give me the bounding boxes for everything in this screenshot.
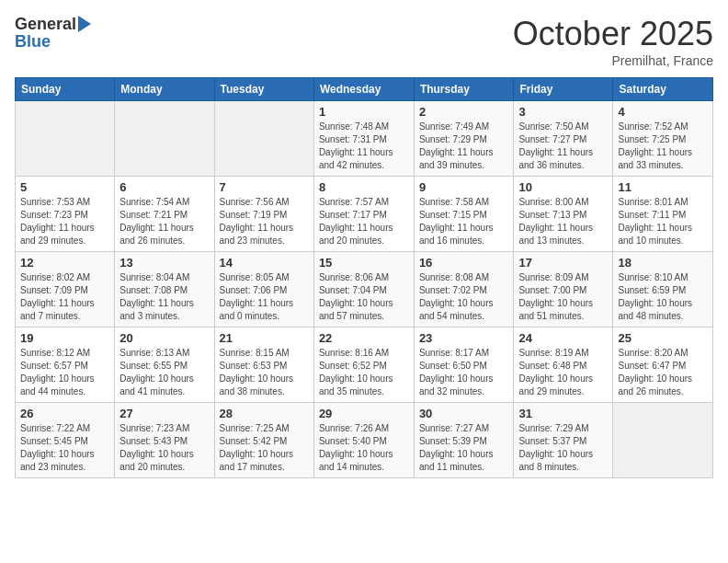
day-number: 21 <box>220 331 309 345</box>
calendar-cell: 22Sunrise: 8:16 AM Sunset: 6:52 PM Dayli… <box>313 327 414 403</box>
day-info: Sunrise: 7:27 AM Sunset: 5:39 PM Dayligh… <box>419 422 509 474</box>
calendar-cell: 19Sunrise: 8:12 AM Sunset: 6:57 PM Dayli… <box>16 327 115 403</box>
day-number: 27 <box>119 407 209 420</box>
day-number: 1 <box>319 105 409 119</box>
day-info: Sunrise: 7:57 AM Sunset: 7:17 PM Dayligh… <box>319 196 409 247</box>
day-number: 25 <box>618 331 708 345</box>
day-number: 22 <box>319 331 409 345</box>
day-info: Sunrise: 7:56 AM Sunset: 7:19 PM Dayligh… <box>220 196 309 247</box>
day-number: 5 <box>20 180 109 194</box>
calendar-cell: 29Sunrise: 7:26 AM Sunset: 5:40 PM Dayli… <box>313 403 414 478</box>
day-number: 11 <box>618 180 708 194</box>
day-number: 19 <box>20 331 109 345</box>
calendar-cell <box>214 101 313 177</box>
calendar-cell: 17Sunrise: 8:09 AM Sunset: 7:00 PM Dayli… <box>514 252 613 327</box>
calendar-cell: 13Sunrise: 8:04 AM Sunset: 7:08 PM Dayli… <box>115 252 214 327</box>
day-info: Sunrise: 7:54 AM Sunset: 7:21 PM Dayligh… <box>119 196 209 247</box>
calendar-cell: 28Sunrise: 7:25 AM Sunset: 5:42 PM Dayli… <box>214 403 313 478</box>
calendar-cell: 5Sunrise: 7:53 AM Sunset: 7:23 PM Daylig… <box>16 177 115 252</box>
day-header-saturday: Saturday <box>613 78 713 101</box>
calendar-cell: 30Sunrise: 7:27 AM Sunset: 5:39 PM Dayli… <box>414 403 514 478</box>
calendar-cell: 10Sunrise: 8:00 AM Sunset: 7:13 PM Dayli… <box>514 177 613 252</box>
day-info: Sunrise: 7:49 AM Sunset: 7:29 PM Dayligh… <box>419 121 509 172</box>
day-number: 23 <box>419 331 509 345</box>
day-number: 13 <box>119 256 209 270</box>
calendar-cell: 2Sunrise: 7:49 AM Sunset: 7:29 PM Daylig… <box>414 101 514 177</box>
calendar-week-3: 12Sunrise: 8:02 AM Sunset: 7:09 PM Dayli… <box>16 252 713 327</box>
day-number: 9 <box>419 180 509 194</box>
calendar-cell <box>115 101 214 177</box>
day-header-thursday: Thursday <box>414 78 514 101</box>
calendar-cell: 8Sunrise: 7:57 AM Sunset: 7:17 PM Daylig… <box>313 177 414 252</box>
calendar-cell: 15Sunrise: 8:06 AM Sunset: 7:04 PM Dayli… <box>313 252 414 327</box>
day-number: 8 <box>319 180 409 194</box>
day-header-sunday: Sunday <box>16 78 115 101</box>
calendar-cell: 18Sunrise: 8:10 AM Sunset: 6:59 PM Dayli… <box>613 252 713 327</box>
day-header-wednesday: Wednesday <box>313 78 414 101</box>
day-info: Sunrise: 7:29 AM Sunset: 5:37 PM Dayligh… <box>518 422 608 474</box>
day-number: 29 <box>319 407 409 420</box>
day-number: 26 <box>20 407 109 420</box>
day-number: 18 <box>618 256 708 270</box>
day-info: Sunrise: 8:04 AM Sunset: 7:08 PM Dayligh… <box>119 271 209 323</box>
title-section: October 2025 Premilhat, France <box>513 15 713 68</box>
page-header: General Blue October 2025 Premilhat, Fra… <box>15 15 713 68</box>
logo-general-text: General <box>15 15 76 34</box>
day-info: Sunrise: 7:53 AM Sunset: 7:23 PM Dayligh… <box>20 196 109 247</box>
calendar-week-2: 5Sunrise: 7:53 AM Sunset: 7:23 PM Daylig… <box>16 177 713 252</box>
day-number: 14 <box>220 256 309 270</box>
day-info: Sunrise: 7:58 AM Sunset: 7:15 PM Dayligh… <box>419 196 509 247</box>
day-number: 24 <box>518 331 608 345</box>
day-info: Sunrise: 8:20 AM Sunset: 6:47 PM Dayligh… <box>618 347 708 398</box>
calendar-table: SundayMondayTuesdayWednesdayThursdayFrid… <box>15 77 713 478</box>
calendar-cell: 27Sunrise: 7:23 AM Sunset: 5:43 PM Dayli… <box>115 403 214 478</box>
calendar-cell: 16Sunrise: 8:08 AM Sunset: 7:02 PM Dayli… <box>414 252 514 327</box>
day-header-friday: Friday <box>514 78 613 101</box>
logo-arrow-icon <box>78 16 91 32</box>
day-number: 7 <box>220 180 309 194</box>
day-number: 12 <box>20 256 109 270</box>
day-number: 4 <box>618 105 708 119</box>
day-info: Sunrise: 8:12 AM Sunset: 6:57 PM Dayligh… <box>20 347 109 398</box>
calendar-cell <box>613 403 713 478</box>
calendar-cell: 20Sunrise: 8:13 AM Sunset: 6:55 PM Dayli… <box>115 327 214 403</box>
calendar-cell: 23Sunrise: 8:17 AM Sunset: 6:50 PM Dayli… <box>414 327 514 403</box>
day-number: 2 <box>419 105 509 119</box>
day-info: Sunrise: 7:25 AM Sunset: 5:42 PM Dayligh… <box>220 422 309 474</box>
day-info: Sunrise: 7:22 AM Sunset: 5:45 PM Dayligh… <box>20 422 109 474</box>
day-info: Sunrise: 8:09 AM Sunset: 7:00 PM Dayligh… <box>518 271 608 323</box>
logo-blue-text: Blue <box>15 32 51 52</box>
calendar-cell: 25Sunrise: 8:20 AM Sunset: 6:47 PM Dayli… <box>613 327 713 403</box>
calendar-cell: 31Sunrise: 7:29 AM Sunset: 5:37 PM Dayli… <box>514 403 613 478</box>
day-info: Sunrise: 8:19 AM Sunset: 6:48 PM Dayligh… <box>518 347 608 398</box>
day-number: 30 <box>419 407 509 420</box>
day-info: Sunrise: 8:13 AM Sunset: 6:55 PM Dayligh… <box>119 347 209 398</box>
calendar-header-row: SundayMondayTuesdayWednesdayThursdayFrid… <box>16 78 713 101</box>
day-number: 10 <box>518 180 608 194</box>
calendar-cell: 26Sunrise: 7:22 AM Sunset: 5:45 PM Dayli… <box>16 403 115 478</box>
calendar-week-1: 1Sunrise: 7:48 AM Sunset: 7:31 PM Daylig… <box>16 101 713 177</box>
logo: General Blue <box>15 15 91 52</box>
day-info: Sunrise: 8:01 AM Sunset: 7:11 PM Dayligh… <box>618 196 708 247</box>
calendar-cell: 14Sunrise: 8:05 AM Sunset: 7:06 PM Dayli… <box>214 252 313 327</box>
calendar-cell: 3Sunrise: 7:50 AM Sunset: 7:27 PM Daylig… <box>514 101 613 177</box>
day-header-tuesday: Tuesday <box>214 78 313 101</box>
day-number: 16 <box>419 256 509 270</box>
day-number: 28 <box>220 407 309 420</box>
day-info: Sunrise: 8:06 AM Sunset: 7:04 PM Dayligh… <box>319 271 409 323</box>
day-number: 3 <box>518 105 608 119</box>
day-info: Sunrise: 8:15 AM Sunset: 6:53 PM Dayligh… <box>220 347 309 398</box>
calendar-cell: 11Sunrise: 8:01 AM Sunset: 7:11 PM Dayli… <box>613 177 713 252</box>
day-info: Sunrise: 7:52 AM Sunset: 7:25 PM Dayligh… <box>618 121 708 172</box>
calendar-cell: 21Sunrise: 8:15 AM Sunset: 6:53 PM Dayli… <box>214 327 313 403</box>
day-number: 17 <box>518 256 608 270</box>
day-header-monday: Monday <box>115 78 214 101</box>
day-info: Sunrise: 8:10 AM Sunset: 6:59 PM Dayligh… <box>618 271 708 323</box>
day-number: 20 <box>119 331 209 345</box>
calendar-cell: 12Sunrise: 8:02 AM Sunset: 7:09 PM Dayli… <box>16 252 115 327</box>
day-number: 15 <box>319 256 409 270</box>
day-info: Sunrise: 8:02 AM Sunset: 7:09 PM Dayligh… <box>20 271 109 323</box>
day-info: Sunrise: 8:17 AM Sunset: 6:50 PM Dayligh… <box>419 347 509 398</box>
month-title: October 2025 <box>513 15 713 53</box>
calendar-cell <box>16 101 115 177</box>
